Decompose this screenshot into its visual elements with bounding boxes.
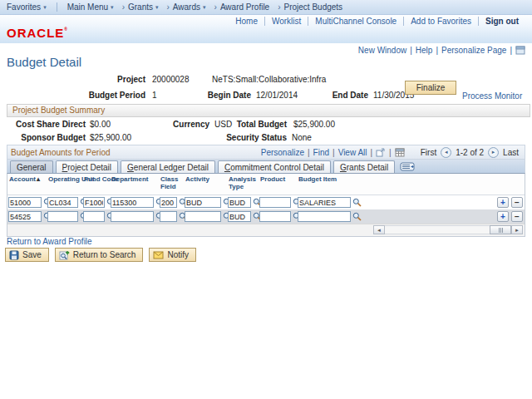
add-row-button[interactable]: + xyxy=(497,197,509,208)
notify-icon xyxy=(153,251,164,259)
process-monitor-link[interactable]: Process Monitor xyxy=(462,91,522,101)
favorites-menu[interactable]: Favorites xyxy=(0,2,57,12)
tab-general[interactable]: General xyxy=(10,160,53,173)
home-link[interactable]: Home xyxy=(229,17,264,26)
column-header-account[interactable]: Account xyxy=(7,174,47,183)
page-action-links: New Window | Help | Personalize Page | xyxy=(358,46,525,55)
analysis-type-field[interactable] xyxy=(228,211,251,222)
divider: | xyxy=(371,148,373,157)
scroll-left-icon[interactable]: ◄ xyxy=(373,225,385,234)
divider: | xyxy=(389,148,392,157)
budget-period-label: Budget Period xyxy=(7,91,145,100)
brand-band: Home Worklist MultiChannel Console Add t… xyxy=(0,15,532,43)
delete-row-button[interactable]: − xyxy=(511,211,523,222)
currency-label: Currency xyxy=(150,120,209,129)
scroll-right-icon[interactable]: ► xyxy=(511,225,523,234)
new-window-link[interactable]: New Window xyxy=(358,46,406,55)
download-grid-icon[interactable] xyxy=(395,148,405,157)
personalize-link[interactable]: Personalize xyxy=(261,148,304,157)
delete-row-button[interactable]: − xyxy=(511,197,523,208)
sign-out-link[interactable]: Sign out xyxy=(478,17,525,26)
department-field[interactable] xyxy=(111,211,154,222)
next-page-icon[interactable]: ▸ xyxy=(488,147,499,158)
budget-amounts-grid: Budget Amounts for Period Personalize | … xyxy=(7,145,525,237)
divider: | xyxy=(510,46,512,55)
analysis-type-field[interactable] xyxy=(228,197,251,208)
grid-footer: ◄ ► xyxy=(7,224,525,236)
grid-tab-strip: General Project Detail General Ledger De… xyxy=(7,160,525,173)
cost-share-direct-label: Cost Share Direct xyxy=(7,120,86,129)
pager-last-label: Last xyxy=(503,148,519,157)
budget-item-lookup-icon[interactable] xyxy=(352,212,362,221)
department-field[interactable] xyxy=(111,197,154,208)
pager-first-label: First xyxy=(421,148,436,157)
activity-field[interactable] xyxy=(185,197,221,208)
scrollbar-thumb[interactable] xyxy=(490,225,511,234)
fund-code-field[interactable] xyxy=(83,211,105,222)
toolbar-buttons: Save Return to Search Notify xyxy=(5,248,196,262)
operating-unit-field[interactable] xyxy=(47,197,78,208)
save-button[interactable]: Save xyxy=(5,248,49,262)
view-all-link[interactable]: View All xyxy=(338,148,367,157)
finalize-button[interactable]: Finalize xyxy=(405,81,456,95)
add-to-favorites-link[interactable]: Add to Favorites xyxy=(403,17,478,26)
cost-share-direct-value: $0.00 xyxy=(90,120,111,129)
copy-url-icon[interactable] xyxy=(515,46,525,55)
column-header-operating-unit: Operating Unit xyxy=(47,174,82,183)
tab-general-ledger-detail[interactable]: General Ledger Detail xyxy=(121,160,215,173)
product-field[interactable] xyxy=(259,197,291,208)
column-header-activity: Activity xyxy=(184,174,227,183)
class-field-field[interactable] xyxy=(160,197,177,208)
product-field[interactable] xyxy=(259,211,291,222)
operating-unit-field[interactable] xyxy=(47,211,78,222)
horizontal-scrollbar[interactable]: ◄ ► xyxy=(373,225,523,234)
notify-button[interactable]: Notify xyxy=(149,248,196,262)
security-status-value: None xyxy=(292,133,312,142)
breadcrumb-main-menu[interactable]: Main Menu xyxy=(64,2,117,12)
breadcrumb-awards[interactable]: Awards xyxy=(162,2,209,12)
total-budget-value: $25,900.00 xyxy=(274,120,335,129)
project-label: Project xyxy=(7,75,145,84)
help-link[interactable]: Help xyxy=(416,46,433,55)
budget-item-field[interactable] xyxy=(298,211,351,222)
column-header-class-field: Class Field xyxy=(159,174,184,190)
previous-page-icon[interactable]: ◂ xyxy=(441,147,451,158)
budget-item-lookup-icon[interactable] xyxy=(352,198,362,207)
personalize-page-link[interactable]: Personalize Page xyxy=(441,46,506,55)
account-field[interactable] xyxy=(8,197,42,208)
page-title: Budget Detail xyxy=(7,55,81,69)
return-to-award-profile-link[interactable]: Return to Award Profile xyxy=(7,237,92,246)
add-row-button[interactable]: + xyxy=(497,211,509,222)
project-description: NeTS:Small:Collaborative:Infra xyxy=(212,75,326,84)
zoom-popout-icon[interactable] xyxy=(376,148,386,157)
column-header-fund-code: Fund Code xyxy=(82,174,110,183)
account-field[interactable] xyxy=(8,211,42,222)
tab-commitment-control-detail[interactable]: Commitment Control Detail xyxy=(218,160,331,173)
breadcrumb-award-profile[interactable]: Award Profile xyxy=(209,2,273,12)
table-row: + − xyxy=(7,195,525,209)
project-value: 20000028 xyxy=(152,75,190,84)
grid-body: Account Operating Unit Fund Code Departm… xyxy=(7,173,525,237)
worklist-link[interactable]: Worklist xyxy=(264,17,308,26)
scrollbar-track[interactable] xyxy=(385,225,490,234)
multichannel-console-link[interactable]: MultiChannel Console xyxy=(308,17,403,26)
return-to-search-button[interactable]: Return to Search xyxy=(55,248,144,262)
divider: | xyxy=(308,148,310,157)
pager-range: 1-2 of 2 xyxy=(456,148,484,157)
find-link[interactable]: Find xyxy=(313,148,329,157)
grid-title: Budget Amounts for Period xyxy=(11,148,111,157)
divider: | xyxy=(436,46,438,55)
grid-title-bar: Budget Amounts for Period Personalize | … xyxy=(7,145,525,160)
budget-item-field[interactable] xyxy=(298,197,351,208)
class-field-field[interactable] xyxy=(160,211,177,222)
activity-field[interactable] xyxy=(185,211,221,222)
tab-grants-detail[interactable]: Grants Detail xyxy=(333,160,395,173)
show-all-columns-icon[interactable] xyxy=(400,162,415,171)
table-row: + − xyxy=(7,209,525,224)
column-header-analysis-type: Analysis Type xyxy=(227,174,259,190)
fund-code-field[interactable] xyxy=(83,197,105,208)
tab-project-detail[interactable]: Project Detail xyxy=(56,160,118,173)
utility-links: Home Worklist MultiChannel Console Add t… xyxy=(229,17,525,26)
breadcrumb-grants[interactable]: Grants xyxy=(117,2,162,12)
column-header-add xyxy=(496,174,510,175)
